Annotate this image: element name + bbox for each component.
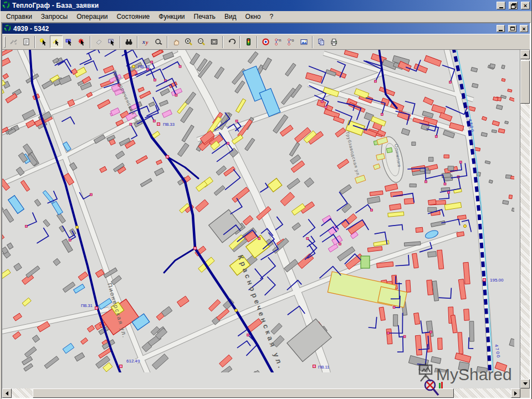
child-maximize-button[interactable] bbox=[508, 25, 516, 32]
vertical-scroll-thumb[interactable] bbox=[520, 60, 530, 104]
select-area-button[interactable] bbox=[63, 35, 75, 48]
toolbar-grip[interactable] bbox=[4, 37, 6, 48]
nodes-n-button[interactable]: n bbox=[272, 35, 285, 48]
pipe-node bbox=[381, 114, 383, 116]
target-icon bbox=[262, 38, 270, 46]
print-icon bbox=[330, 38, 338, 46]
menu-item-Состояние[interactable]: Состояние bbox=[112, 12, 154, 22]
building bbox=[503, 200, 509, 204]
restore-button[interactable] bbox=[509, 2, 518, 9]
zoom-window-button[interactable] bbox=[208, 35, 221, 48]
menu-item-Функции[interactable]: Функции bbox=[154, 12, 189, 22]
menu-item-Вид[interactable]: Вид bbox=[220, 12, 241, 22]
toolbar-separator bbox=[222, 36, 223, 48]
notes-button[interactable] bbox=[20, 35, 33, 48]
pipe-node bbox=[306, 237, 309, 239]
select-label-icon bbox=[108, 38, 116, 46]
building bbox=[428, 157, 433, 162]
horizontal-scroll-track[interactable] bbox=[12, 388, 511, 398]
image-icon bbox=[300, 38, 308, 46]
pipe-node bbox=[236, 120, 238, 122]
select-node-icon bbox=[39, 38, 48, 46]
building bbox=[457, 232, 464, 237]
network-node bbox=[313, 365, 316, 368]
pipe-node bbox=[375, 80, 377, 83]
find-icon bbox=[125, 38, 133, 46]
zoom-out-button[interactable] bbox=[195, 35, 208, 48]
vertical-scrollbar[interactable] bbox=[520, 50, 530, 388]
undo-button[interactable] bbox=[225, 35, 238, 48]
menubar: СправкиЗапросыОперацииСостояниеФункцииПе… bbox=[1, 11, 531, 22]
close-button[interactable]: × bbox=[521, 2, 530, 9]
horizontal-scrollbar[interactable] bbox=[2, 388, 520, 398]
building bbox=[412, 142, 416, 145]
svg-text:o: o bbox=[292, 38, 294, 42]
pan-hand-icon bbox=[172, 38, 180, 46]
map-label: ПВ.31 bbox=[81, 303, 93, 308]
network-node bbox=[483, 279, 486, 282]
main-titlebar: ТеплоГраф - База_заявки × bbox=[1, 0, 531, 11]
menu-item-Печать[interactable]: Печать bbox=[190, 12, 220, 22]
toolbar-separator bbox=[90, 36, 91, 48]
scroll-down-button[interactable] bbox=[520, 379, 530, 388]
app-icon bbox=[2, 1, 10, 11]
select-line-icon bbox=[52, 38, 60, 46]
building bbox=[428, 252, 437, 258]
building bbox=[393, 315, 398, 326]
link-edit-button bbox=[7, 35, 20, 48]
image-button[interactable] bbox=[298, 35, 310, 48]
lens-button[interactable] bbox=[152, 35, 165, 48]
child-minimize-button[interactable] bbox=[497, 25, 505, 32]
pipe-node bbox=[69, 239, 71, 241]
building bbox=[502, 79, 505, 82]
find-button[interactable] bbox=[122, 35, 135, 48]
building bbox=[502, 65, 505, 69]
vertical-scroll-track[interactable] bbox=[520, 59, 530, 379]
network-node bbox=[166, 156, 169, 158]
menu-item-Окно[interactable]: Окно bbox=[241, 12, 265, 22]
child-window-title: 4939 - 5342 bbox=[13, 25, 494, 33]
map-label: ПВ.11 bbox=[318, 365, 329, 370]
menu-item-Операции[interactable]: Операции bbox=[72, 12, 112, 22]
print-button[interactable] bbox=[328, 35, 340, 48]
pipe-node bbox=[444, 183, 446, 185]
child-close-button[interactable]: × bbox=[520, 25, 528, 32]
toolbar: xyno bbox=[2, 34, 530, 50]
select-line-button[interactable] bbox=[50, 35, 63, 48]
xy-coordinates-button[interactable]: xy bbox=[140, 35, 152, 48]
pipe-node bbox=[435, 135, 437, 137]
pan-hand-button[interactable] bbox=[170, 35, 182, 48]
scroll-left-button[interactable] bbox=[2, 388, 12, 398]
nodes-o-icon: o bbox=[287, 38, 295, 46]
pipe-node bbox=[393, 306, 395, 309]
zoom-in-button[interactable] bbox=[182, 35, 195, 48]
toolbar-separator bbox=[167, 36, 168, 48]
svg-text:y: y bbox=[145, 39, 149, 45]
svg-text:x: x bbox=[142, 39, 145, 45]
pipe-node bbox=[447, 191, 449, 193]
copy-button[interactable] bbox=[315, 35, 328, 48]
scroll-right-button[interactable] bbox=[511, 388, 520, 398]
menu-item-help[interactable]: ? bbox=[265, 12, 278, 22]
network-node bbox=[95, 307, 98, 310]
zoom-in-icon bbox=[185, 38, 193, 46]
scroll-up-button[interactable] bbox=[520, 50, 530, 59]
pipe-node bbox=[154, 79, 156, 81]
minimize-button[interactable] bbox=[497, 2, 505, 9]
pipe-node bbox=[247, 334, 249, 336]
building bbox=[416, 227, 423, 232]
target-button[interactable] bbox=[259, 35, 272, 48]
select-node-button[interactable] bbox=[37, 35, 50, 48]
horizontal-scroll-thumb[interactable] bbox=[33, 388, 454, 398]
menu-item-Запросы[interactable]: Запросы bbox=[37, 12, 72, 22]
building bbox=[505, 121, 509, 124]
map-canvas[interactable]: Краснореченская ул.Краснореченская ул.Пи… bbox=[2, 50, 520, 388]
eraser-icon bbox=[95, 38, 103, 46]
building bbox=[428, 200, 436, 205]
nodes-o-button[interactable]: o bbox=[285, 35, 298, 48]
select-flag-button[interactable] bbox=[75, 35, 88, 48]
menu-item-Справки[interactable]: Справки bbox=[2, 12, 37, 22]
child-window-icon bbox=[4, 24, 11, 33]
traffic-light-button[interactable] bbox=[242, 35, 255, 48]
select-label-button[interactable] bbox=[105, 35, 118, 48]
